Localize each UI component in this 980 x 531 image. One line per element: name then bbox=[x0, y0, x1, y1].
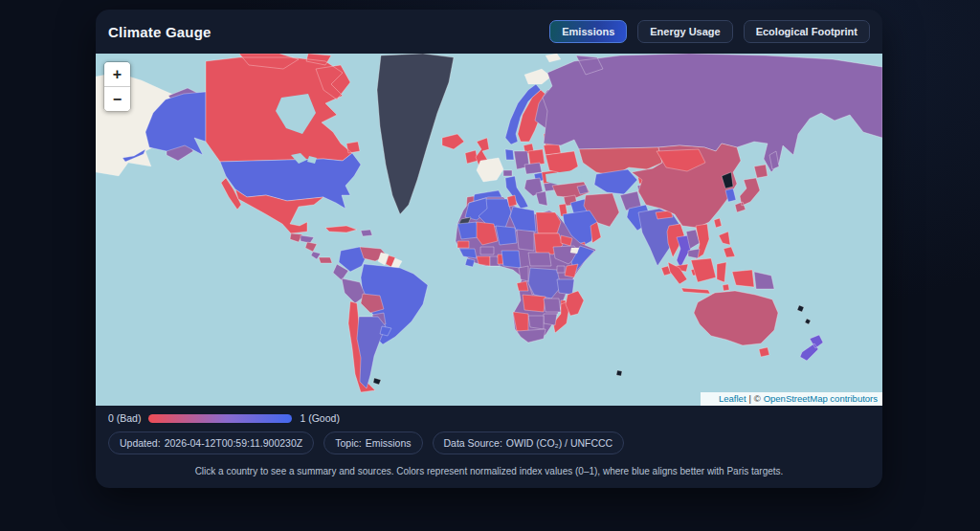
data-source-value: OWID (CO₂) / UNFCCC bbox=[506, 437, 612, 449]
color-legend: 0 (Bad) 1 (Good) bbox=[108, 412, 870, 424]
topic-label: Topic: bbox=[335, 437, 361, 449]
app-header: Climate Gauge Emissions Energy Usage Eco… bbox=[96, 10, 882, 54]
data-source-badge: Data Source: OWID (CO₂) / UNFCCC bbox=[433, 431, 625, 454]
country-chad[interactable] bbox=[517, 230, 534, 251]
country-senegal[interactable] bbox=[457, 241, 469, 248]
country-gabon[interactable] bbox=[517, 281, 528, 291]
country-indonesia-moluccas[interactable] bbox=[723, 284, 729, 291]
country-angola[interactable] bbox=[523, 295, 546, 312]
updated-value: 2026-04-12T00:59:11.900230Z bbox=[165, 437, 303, 449]
map-svg[interactable] bbox=[96, 54, 882, 406]
bottom-panel: 0 (Bad) 1 (Good) Updated: 2026-04-12T00:… bbox=[96, 406, 882, 476]
country-tunisia[interactable] bbox=[507, 195, 517, 207]
app-card: Climate Gauge Emissions Energy Usage Eco… bbox=[96, 10, 882, 488]
updated-label: Updated: bbox=[120, 437, 161, 449]
country-zambia[interactable] bbox=[544, 299, 561, 312]
country-mauritania[interactable] bbox=[457, 222, 479, 239]
country-uganda[interactable] bbox=[557, 266, 565, 273]
country-indonesia-sulawesi[interactable] bbox=[717, 262, 726, 282]
data-source-label: Data Source: bbox=[444, 437, 502, 449]
country-burkina-faso[interactable] bbox=[480, 247, 494, 254]
leaflet-link[interactable]: Leaflet bbox=[719, 393, 746, 404]
legend-min-label: 0 (Bad) bbox=[108, 412, 141, 424]
map-attribution: Leaflet | © OpenStreetMap contributors bbox=[701, 392, 882, 406]
country-niger[interactable] bbox=[496, 226, 517, 245]
tab-emissions[interactable]: Emissions bbox=[549, 20, 627, 43]
country-switzerland[interactable] bbox=[503, 170, 512, 176]
tab-ecological-footprint[interactable]: Ecological Footprint bbox=[744, 20, 870, 43]
updated-badge: Updated: 2026-04-12T00:59:11.900230Z bbox=[108, 431, 314, 454]
world-choropleth-map[interactable]: + − Leaflet | © OpenStreetMap contributo… bbox=[96, 54, 882, 406]
attribution-separator: | © bbox=[749, 393, 761, 404]
country-hispaniola[interactable] bbox=[361, 230, 372, 236]
topic-badge: Topic: Emissions bbox=[323, 431, 422, 454]
topic-value: Emissions bbox=[366, 437, 412, 449]
ukraine-flag-icon bbox=[705, 395, 716, 403]
legend-max-label: 1 (Good) bbox=[300, 412, 339, 424]
country-central-african-republic[interactable] bbox=[528, 253, 551, 266]
topic-tabs: Emissions Energy Usage Ecological Footpr… bbox=[549, 20, 870, 43]
map-zoom-control: + − bbox=[103, 61, 131, 112]
legend-gradient-bar bbox=[148, 414, 292, 423]
country-sierra-leone[interactable] bbox=[465, 258, 475, 267]
country-mauritius[interactable] bbox=[616, 370, 622, 376]
page-title: Climate Gauge bbox=[108, 24, 212, 40]
zoom-out-button[interactable]: − bbox=[104, 86, 130, 111]
meta-badges: Updated: 2026-04-12T00:59:11.900230Z Top… bbox=[108, 431, 870, 454]
zoom-in-button[interactable]: + bbox=[104, 62, 130, 86]
country-tanzania[interactable] bbox=[557, 279, 574, 295]
country-benelux[interactable] bbox=[505, 149, 514, 160]
osm-link[interactable]: OpenStreetMap contributors bbox=[764, 393, 878, 404]
country-cambodia[interactable] bbox=[688, 249, 700, 258]
tab-energy-usage[interactable]: Energy Usage bbox=[637, 20, 732, 43]
country-austria-czechia[interactable] bbox=[524, 163, 542, 174]
country-panama[interactable] bbox=[319, 257, 332, 263]
country-nigeria[interactable] bbox=[501, 251, 521, 268]
country-egypt[interactable] bbox=[536, 212, 561, 233]
country-zimbabwe[interactable] bbox=[544, 314, 557, 325]
country-botswana[interactable] bbox=[528, 316, 544, 329]
footer-note: Click a country to see a summary and sou… bbox=[108, 466, 870, 476]
country-australia-tasmania[interactable] bbox=[759, 347, 769, 357]
